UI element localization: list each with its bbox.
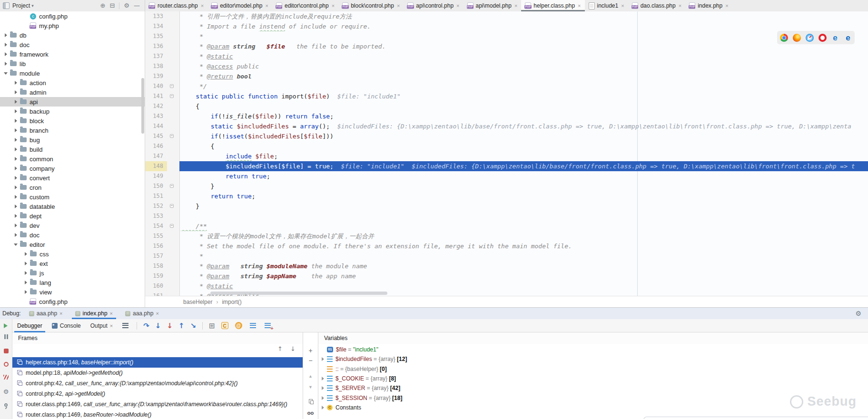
tree-item-lang[interactable]: lang xyxy=(0,278,145,287)
fold-marker-icon[interactable] xyxy=(170,184,174,188)
tree-item-ext[interactable]: ext xyxy=(0,259,145,268)
code-line[interactable]: 133 * 引用一个文件，替换内置的include及require方法 xyxy=(145,11,868,21)
variable-row-server[interactable]: $_SERVER = {array} [42] xyxy=(318,383,868,393)
frame-down-icon[interactable]: ↓ xyxy=(290,345,296,352)
code-line[interactable]: 160 * @static xyxy=(145,281,868,291)
variable-row-file[interactable]: $file = "include1" xyxy=(318,345,868,354)
step-into-icon[interactable]: ↓ xyxy=(152,319,164,332)
line-number[interactable]: 153 xyxy=(145,211,167,221)
tree-item-view[interactable]: view xyxy=(0,287,145,297)
tree-item-config-php[interactable]: cconfig.php xyxy=(0,11,145,21)
hide-panel-icon[interactable]: — xyxy=(134,0,140,11)
line-number[interactable]: 151 xyxy=(145,191,167,201)
debug-tab-aaa-php[interactable]: aaa.php× xyxy=(26,308,66,319)
line-number[interactable]: 155 xyxy=(145,231,167,241)
remove-watch-button[interactable]: − xyxy=(303,357,318,364)
tab-block-control-php[interactable]: PHPblock\control.php× xyxy=(338,0,404,11)
fold-marker-icon[interactable] xyxy=(170,224,174,228)
at-icon[interactable]: @ xyxy=(235,322,242,329)
tree-item-common[interactable]: common xyxy=(0,154,145,164)
frame-row[interactable]: router.class.php:1469, baseRouter->loadM… xyxy=(12,409,303,419)
tree-item-admin[interactable]: admin xyxy=(0,88,145,97)
code-line[interactable]: 154 /** xyxy=(145,221,868,231)
step-over-icon[interactable]: ↷ xyxy=(140,319,152,332)
tree-item-db[interactable]: db xyxy=(0,30,145,40)
line-number[interactable]: 160 xyxy=(145,281,167,291)
line-number[interactable]: 138 xyxy=(145,61,167,71)
tab-helper-class-php[interactable]: PHPhelper.class.php× xyxy=(521,0,584,11)
tree-item-block[interactable]: block xyxy=(0,116,145,126)
locate-file-icon[interactable]: ⊕ xyxy=(100,0,106,11)
code-line[interactable]: 151 return true; xyxy=(145,191,868,201)
tab-api-model-php[interactable]: PHPapi\model.php× xyxy=(464,0,522,11)
code-line[interactable]: 145 if(!isset($includedFiles[$file])) xyxy=(145,131,868,141)
variable-row-[interactable]: :: = {baseHelper} [0] xyxy=(318,364,868,374)
code-line[interactable]: 152 } xyxy=(145,201,868,211)
layout-menu-icon[interactable] xyxy=(122,323,128,328)
line-number[interactable]: 157 xyxy=(145,251,167,261)
frame-row[interactable]: control.php:42, call_user_func_array:{D:… xyxy=(12,378,303,389)
tree-item-build[interactable]: build xyxy=(0,145,145,154)
line-number[interactable]: 161 xyxy=(145,291,167,296)
line-number[interactable]: 147 xyxy=(145,151,167,161)
line-number[interactable]: 146 xyxy=(145,141,167,151)
code-line[interactable]: 144 static $includedFiles = array(); $in… xyxy=(145,121,868,131)
line-number[interactable]: 150 xyxy=(145,181,167,191)
project-selector[interactable]: Project ▾ xyxy=(12,2,34,9)
fold-marker-icon[interactable] xyxy=(170,84,174,88)
line-number[interactable]: 154 xyxy=(145,221,167,231)
chrome-icon[interactable] xyxy=(780,34,788,42)
code-line[interactable]: 137 * @static xyxy=(145,51,868,61)
line-number[interactable]: 143 xyxy=(145,111,167,121)
settings-button[interactable]: ⚙ xyxy=(0,388,12,395)
breadcrumb-class[interactable]: baseHelper xyxy=(183,299,212,305)
tree-item-lib[interactable]: lib xyxy=(0,59,145,68)
horizontal-scrollbar[interactable] xyxy=(210,292,387,295)
close-icon[interactable]: × xyxy=(110,323,113,329)
force-step-into-icon[interactable]: ↓ xyxy=(164,319,176,332)
tab-include1[interactable]: include1× xyxy=(585,0,628,11)
tree-item-dev[interactable]: dev xyxy=(0,221,145,230)
code-editor[interactable]: 133 * 引用一个文件，替换内置的include及require方法134 *… xyxy=(145,11,868,296)
code-line[interactable]: 157 * xyxy=(145,251,868,261)
tree-item-dept[interactable]: dept xyxy=(0,211,145,221)
tool-tab-console[interactable]: Console xyxy=(47,319,86,332)
line-number[interactable]: 159 xyxy=(145,271,167,281)
code-line[interactable]: 138 * @access public xyxy=(145,61,868,71)
navigate-next-button[interactable]: ▼ xyxy=(303,383,318,391)
pin-button[interactable] xyxy=(0,401,12,408)
tree-item-doc[interactable]: doc xyxy=(0,40,145,49)
ie-icon[interactable]: e xyxy=(831,34,839,42)
add-watch-icon[interactable] xyxy=(265,323,271,328)
frame-row[interactable]: helper.class.php:148, baseHelper::import… xyxy=(12,357,303,368)
debug-settings-gear-icon[interactable]: ⚙ xyxy=(855,310,861,317)
settings-gear-icon[interactable]: ⚙ xyxy=(124,0,129,11)
line-number[interactable]: 142 xyxy=(145,101,167,111)
tree-item-custom[interactable]: custom xyxy=(0,192,145,202)
step-out-icon[interactable]: ↑ xyxy=(176,319,187,332)
view-breakpoints-icon[interactable]: ⊞ xyxy=(206,319,218,332)
tab-dao-class-php[interactable]: PHPdao.class.php× xyxy=(628,0,686,11)
line-number[interactable]: 141 xyxy=(145,91,167,101)
code-line[interactable]: 149 return true; xyxy=(145,171,868,181)
line-number[interactable]: 158 xyxy=(145,261,167,271)
variable-row-includedfiles[interactable]: $includedFiles = {array} [12] xyxy=(318,354,868,364)
collapse-all-icon[interactable]: ⊟ xyxy=(109,0,115,11)
line-number[interactable]: 134 xyxy=(145,21,167,31)
tree-item-editor[interactable]: editor xyxy=(0,240,145,249)
fold-marker-icon[interactable] xyxy=(170,134,174,138)
tree-item-doc[interactable]: doc xyxy=(0,230,145,240)
tree-item-framework[interactable]: framework xyxy=(0,49,145,59)
close-icon[interactable]: × xyxy=(725,3,728,9)
run-to-cursor-icon[interactable]: ↘ xyxy=(187,319,199,332)
rerun-button[interactable] xyxy=(0,322,12,329)
tab-router-class-php[interactable]: PHProuter.class.php× xyxy=(145,0,207,11)
close-icon[interactable]: × xyxy=(110,311,113,316)
tree-item-bug[interactable]: bug xyxy=(0,135,145,145)
code-line[interactable]: 146 { xyxy=(145,141,868,151)
code-line[interactable]: 142 { xyxy=(145,101,868,111)
line-number[interactable]: 156 xyxy=(145,241,167,251)
variable-row-session[interactable]: $_SESSION = {array} [18] xyxy=(318,393,868,403)
close-icon[interactable]: × xyxy=(456,3,459,9)
pause-button[interactable] xyxy=(0,333,12,340)
